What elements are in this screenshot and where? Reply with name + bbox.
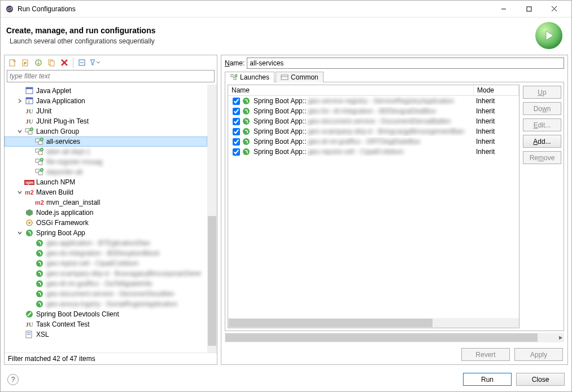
help-icon[interactable]: ? <box>7 374 19 385</box>
table-row[interactable]: Spring Boot App::geo-service-registry - … <box>228 96 519 106</box>
twist-icon[interactable] <box>16 127 24 135</box>
apply-button[interactable]: Apply <box>514 348 563 361</box>
spring-icon <box>242 137 251 146</box>
delete-button[interactable] <box>59 57 70 68</box>
twist-icon[interactable] <box>16 229 24 237</box>
tree-item[interactable]: JUJUnit Plug-in Test <box>5 116 207 126</box>
row-checkbox[interactable] <box>233 108 240 115</box>
row-checkbox[interactable] <box>233 148 240 156</box>
tree-item-label: Launch NPM <box>36 178 75 186</box>
tree-item[interactable]: all-services <box>5 136 207 147</box>
tree-item[interactable]: deporder-all <box>5 167 207 177</box>
row-detail: geo-repstst-cell - CipatlColldism <box>308 148 403 156</box>
tree-item-label: geo-scampary-dirp-d - BuscagacyBincorpor… <box>46 270 202 278</box>
tree-scrollbar[interactable] <box>207 85 217 353</box>
run-button[interactable]: Run <box>463 373 512 386</box>
tree-item-label: JUnit <box>36 107 51 115</box>
add-button[interactable]: Add... <box>523 135 561 148</box>
tree-item[interactable]: aber-all-dept-1 <box>5 147 207 157</box>
tree-item[interactable]: JJava Application <box>5 96 207 106</box>
spring-icon <box>242 107 251 116</box>
svg-rect-23 <box>28 131 32 134</box>
tree-item[interactable]: Spring Boot Devtools Client <box>5 309 207 319</box>
tree-item[interactable]: m2mvn_clean_install <box>5 197 207 208</box>
tree-item[interactable]: Launch Group <box>5 126 207 136</box>
row-checkbox[interactable] <box>233 138 240 146</box>
table-row[interactable]: Spring Boot App::geo-document-service - … <box>228 116 519 126</box>
twist-icon[interactable] <box>16 97 24 105</box>
tree-item[interactable]: file-register-mosag <box>5 157 207 167</box>
table-row[interactable]: Spring Boot App::geo-for -dt-integration… <box>228 106 519 116</box>
twist-icon[interactable] <box>16 188 24 196</box>
table-row[interactable]: Spring Boot App::geo-scampany-dirp-d - B… <box>228 126 519 136</box>
svg-point-50 <box>36 280 43 287</box>
tree-item[interactable]: XSL <box>5 329 207 340</box>
close-button[interactable]: Close <box>516 373 565 386</box>
row-prefix: Spring Boot App:: <box>254 107 306 115</box>
tree-item[interactable]: geo-dt-mi-graffics - DaTelligiateIntls <box>5 279 207 289</box>
revert-button[interactable]: Revert <box>461 348 510 361</box>
remove-button[interactable]: Remove <box>523 151 561 164</box>
row-prefix: Spring Boot App:: <box>254 97 306 105</box>
tree-item[interactable]: m2Maven Build <box>5 187 207 197</box>
svg-rect-20 <box>26 98 33 99</box>
footer: ? Run Close <box>1 367 571 391</box>
twist-icon <box>16 310 24 318</box>
tree-item[interactable]: JUJUnit <box>5 106 207 116</box>
svg-point-64 <box>243 108 250 114</box>
duplicate-button[interactable] <box>46 57 57 68</box>
svg-rect-61 <box>281 75 288 80</box>
close-window-button[interactable] <box>542 1 567 17</box>
launch-group-icon <box>35 157 44 166</box>
export-button[interactable] <box>33 57 44 68</box>
filter-dropdown-button[interactable] <box>89 57 101 68</box>
tree-item[interactable]: OSGi Framework <box>5 218 207 228</box>
row-prefix: Spring Boot App:: <box>254 148 306 156</box>
name-input[interactable] <box>247 58 564 69</box>
launches-tab-icon <box>230 73 238 81</box>
column-header-name[interactable]: Name <box>228 85 474 96</box>
down-button[interactable]: Down <box>523 102 561 115</box>
tree-item[interactable]: geo-ansca-ingstry - SociatRugistApplicat… <box>5 299 207 309</box>
minimize-button[interactable] <box>491 1 516 17</box>
page-subtitle: Launch several other configurations sequ… <box>10 37 535 45</box>
tree-item[interactable]: geo-document-service - DecionerDisodlien <box>5 289 207 299</box>
row-checkbox[interactable] <box>233 128 240 135</box>
table-row[interactable]: Spring Boot App::geo-dt-mi-graffics - DR… <box>228 136 519 147</box>
svg-rect-57 <box>231 74 233 77</box>
tab-common[interactable]: Common <box>276 72 324 82</box>
tree-item[interactable]: geo-ds-integration - BDDesptionBlock <box>5 248 207 258</box>
tab-launches[interactable]: Launches <box>225 72 274 82</box>
tree-item-label: Java Applet <box>36 87 71 95</box>
twist-icon <box>26 168 34 176</box>
table-hscroll[interactable] <box>228 318 519 328</box>
row-mode: Inherit <box>474 138 519 146</box>
tree-item[interactable]: JUTask Context Test <box>5 319 207 329</box>
tree-item[interactable]: Node.js application <box>5 208 207 218</box>
tree-item[interactable]: Spring Boot App <box>5 228 207 238</box>
row-checkbox[interactable] <box>233 98 240 105</box>
svg-text:J: J <box>28 100 30 104</box>
launch-group-icon <box>35 168 44 177</box>
maximize-button[interactable] <box>516 1 542 17</box>
row-checkbox[interactable] <box>233 118 240 125</box>
twist-icon <box>26 148 34 156</box>
tree-item[interactable]: geo-scampary-dirp-d - BuscagacyBincorpor… <box>5 268 207 279</box>
tree-item[interactable]: geo-reptst-cell - CipatlColldism <box>5 258 207 268</box>
panel-hscroll[interactable] <box>225 333 564 342</box>
tree-item-label: mvn_clean_install <box>46 199 100 206</box>
column-header-mode[interactable]: Mode <box>474 85 519 96</box>
tree-item[interactable]: npmLaunch NPM <box>5 177 207 187</box>
spring-icon <box>242 127 251 136</box>
tree-item[interactable]: geo-application - BTEglicationDlan <box>5 238 207 248</box>
tree-item[interactable]: Java Applet <box>5 86 207 96</box>
up-button[interactable]: Up <box>523 86 561 99</box>
filter-input[interactable] <box>7 70 215 82</box>
new-config-button[interactable] <box>7 57 18 68</box>
twist-icon <box>26 270 34 278</box>
config-tree[interactable]: Java AppletJJava ApplicationJUJUnitJUJUn… <box>5 85 207 353</box>
table-row[interactable]: Spring Boot App::geo-repstst-cell - Cipa… <box>228 147 519 157</box>
new-prototype-button[interactable]: P <box>20 57 31 68</box>
edit-button[interactable]: Edit... <box>523 118 561 131</box>
collapse-all-button[interactable] <box>76 57 88 68</box>
